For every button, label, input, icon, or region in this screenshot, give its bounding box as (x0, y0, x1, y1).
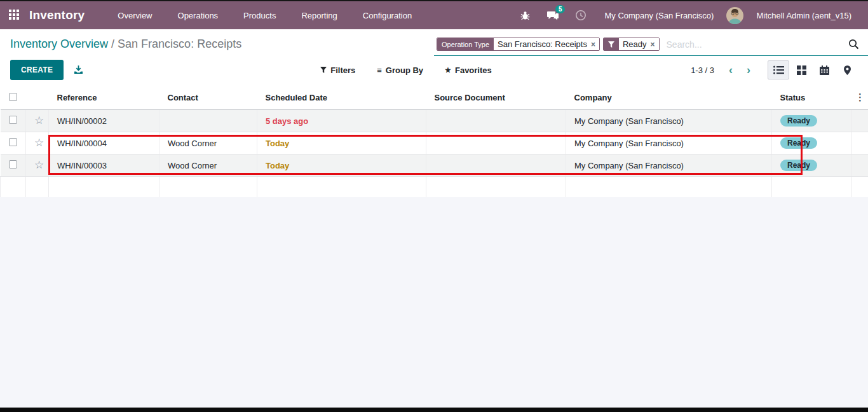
favorites-star-icon: ★ (445, 66, 451, 74)
calendar-view-icon (820, 65, 829, 75)
filters-button[interactable]: Filters (320, 65, 355, 75)
breadcrumb-parent-link[interactable]: Inventory Overview (10, 38, 108, 50)
breadcrumb-current: San Francisco: Receipts (118, 38, 241, 50)
pager: 1-3 / 3 ‹ › (691, 64, 756, 76)
favorite-star-icon[interactable]: ☆ (34, 137, 44, 149)
cell-reference[interactable]: WH/IN/00004 (49, 132, 159, 154)
user-menu[interactable]: Mitchell Admin (aent_v15) (750, 11, 858, 20)
breadcrumb-separator: / (108, 38, 118, 50)
list-view-area: Reference Contact Scheduled Date Source … (0, 85, 868, 411)
status-badge: Ready (780, 160, 817, 171)
nav-item-reporting[interactable]: Reporting (291, 3, 347, 29)
search-input[interactable] (663, 38, 848, 52)
activities-button[interactable] (570, 4, 592, 26)
map-view-button[interactable] (836, 60, 858, 79)
cell-source-document[interactable] (426, 110, 566, 132)
table-row[interactable]: ☆ WH/IN/00002 5 days ago My Company (San… (1, 110, 868, 132)
status-badge: Ready (780, 115, 817, 127)
control-panel: Inventory Overview / San Francisco: Rece… (0, 29, 868, 85)
search-submit-button[interactable] (848, 39, 859, 50)
facet-label: Operation Type (437, 38, 494, 50)
cell-reference[interactable]: WH/IN/00002 (49, 110, 159, 132)
favorites-button[interactable]: ★ Favorites (445, 65, 492, 75)
list-view-button[interactable] (768, 60, 789, 79)
cell-scheduled-date[interactable]: 5 days ago (257, 110, 426, 132)
records-table: Reference Contact Scheduled Date Source … (0, 85, 868, 197)
groupby-label: Group By (386, 65, 423, 75)
nav-item-overview[interactable]: Overview (107, 3, 162, 29)
column-header-company[interactable]: Company (566, 85, 772, 110)
main-navbar: Inventory Overview Operations Products R… (0, 1, 868, 29)
favorite-star-icon[interactable]: ☆ (34, 114, 44, 127)
filters-label: Filters (330, 65, 355, 75)
cell-contact[interactable] (159, 110, 257, 132)
pager-value: 1-3 / 3 (691, 65, 714, 75)
clock-icon (575, 10, 587, 21)
cell-company[interactable]: My Company (San Francisco) (566, 110, 772, 132)
column-header-status[interactable]: Status (772, 85, 852, 110)
pager-next-button[interactable]: › (741, 64, 756, 76)
groupby-icon: ≡ (377, 65, 382, 75)
column-header-scheduled-date[interactable]: Scheduled Date (257, 85, 426, 110)
empty-table-row (1, 177, 868, 197)
optional-columns-toggle[interactable]: ⋮ (852, 85, 868, 110)
calendar-view-button[interactable] (813, 60, 835, 79)
select-all-checkbox[interactable] (9, 93, 17, 101)
window-bottom-bar (0, 408, 868, 412)
cell-reference[interactable]: WH/IN/00003 (49, 154, 159, 177)
cell-source-document[interactable] (426, 132, 566, 154)
kanban-view-button[interactable] (790, 60, 812, 79)
cell-contact[interactable]: Wood Corner (159, 154, 257, 177)
facet-remove-button[interactable]: × (591, 40, 595, 49)
view-switcher (768, 60, 858, 79)
cell-company[interactable]: My Company (San Francisco) (566, 154, 772, 177)
map-pin-icon (844, 65, 851, 75)
bug-icon (520, 10, 531, 21)
column-header-contact[interactable]: Contact (159, 85, 257, 110)
row-checkbox[interactable] (9, 138, 17, 146)
table-row[interactable]: ☆ WH/IN/00003 Wood Corner Today My Compa… (1, 154, 868, 177)
cell-scheduled-date[interactable]: Today (257, 132, 426, 154)
table-row[interactable]: ☆ WH/IN/00004 Wood Corner Today My Compa… (1, 132, 868, 154)
nav-item-operations[interactable]: Operations (168, 3, 229, 29)
table-header-row: Reference Contact Scheduled Date Source … (1, 85, 868, 110)
debug-bug-icon[interactable] (514, 4, 536, 26)
messages-count-badge: 5 (555, 5, 566, 13)
cell-source-document[interactable] (426, 154, 566, 177)
cell-contact[interactable]: Wood Corner (159, 132, 257, 154)
status-badge: Ready (780, 137, 817, 149)
app-name[interactable]: Inventory (29, 8, 85, 22)
row-checkbox[interactable] (9, 116, 17, 124)
pager-previous-button[interactable]: ‹ (723, 64, 738, 76)
groupby-button[interactable]: ≡ Group By (377, 65, 423, 75)
search-facet-operation-type: Operation Type San Francisco: Receipts × (437, 38, 600, 51)
filter-funnel-icon (604, 38, 619, 50)
download-icon (74, 65, 83, 75)
facet-remove-button[interactable]: × (651, 40, 655, 49)
search-icon (848, 39, 859, 50)
company-switcher[interactable]: My Company (San Francisco) (598, 11, 720, 20)
search-bar: Operation Type San Francisco: Receipts ×… (434, 36, 868, 56)
kanban-view-icon (797, 65, 806, 75)
apps-menu-icon[interactable] (9, 10, 20, 21)
row-checkbox[interactable] (9, 160, 17, 168)
breadcrumb: Inventory Overview / San Francisco: Rece… (10, 36, 241, 52)
nav-menu: Overview Operations Products Reporting C… (107, 3, 422, 29)
search-facet-ready: Ready × (603, 38, 660, 51)
user-avatar[interactable] (726, 7, 743, 24)
nav-item-products[interactable]: Products (233, 3, 286, 29)
nav-item-configuration[interactable]: Configuration (353, 3, 422, 29)
facet-value-text: Ready (623, 39, 647, 49)
column-header-reference[interactable]: Reference (49, 85, 159, 110)
facet-value-text: San Francisco: Receipts (498, 39, 587, 49)
column-header-source-document[interactable]: Source Document (426, 85, 566, 110)
cell-company[interactable]: My Company (San Francisco) (566, 132, 772, 154)
avatar-image (726, 7, 743, 24)
export-button[interactable] (74, 65, 83, 75)
cell-scheduled-date[interactable]: Today (257, 154, 426, 177)
create-button[interactable]: CREATE (10, 60, 64, 80)
favorites-label: Favorites (455, 65, 492, 75)
messages-button[interactable]: 5 (542, 4, 564, 26)
filters-funnel-icon (320, 67, 327, 73)
favorite-star-icon[interactable]: ☆ (34, 159, 44, 171)
